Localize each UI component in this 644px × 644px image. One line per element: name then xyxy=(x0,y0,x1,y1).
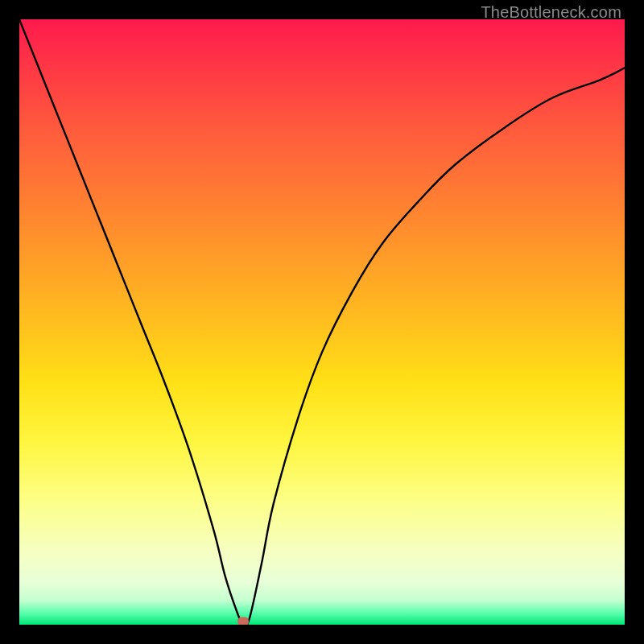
watermark-text: TheBottleneck.com xyxy=(481,3,621,22)
gradient-background xyxy=(19,19,625,625)
chart-frame: TheBottleneck.com xyxy=(0,0,644,644)
plot-area xyxy=(19,19,625,625)
optimum-marker xyxy=(237,617,249,625)
